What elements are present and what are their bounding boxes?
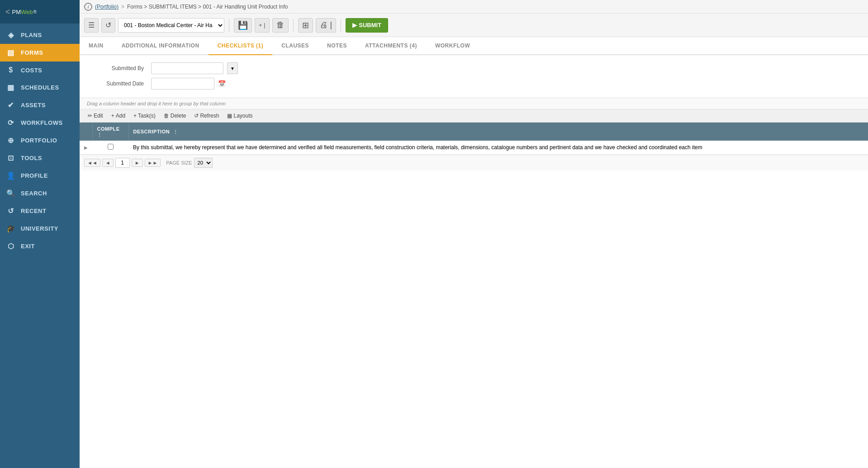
tab-checklists[interactable]: CHECKLISTS (1) <box>209 37 273 55</box>
save-button[interactable]: 💾 <box>234 18 252 33</box>
tab-clauses[interactable]: CLAUSES <box>272 37 318 55</box>
page-size-label: PAGE SIZE <box>166 160 192 165</box>
row-complete-cell <box>92 141 128 155</box>
add-row-button[interactable]: + Add <box>108 111 129 120</box>
sidebar-item-university[interactable]: 🎓 UNIVERSITY <box>0 220 80 237</box>
sidebar-item-exit[interactable]: ⬡ EXIT <box>0 237 80 255</box>
tasks-icon: + <box>133 113 137 119</box>
page-prev-button[interactable]: ◄ <box>102 159 114 167</box>
sidebar-item-label: UNIVERSITY <box>21 225 58 232</box>
sidebar-item-tools[interactable]: ⊡ TOOLS <box>0 149 80 167</box>
page-last-button[interactable]: ►► <box>145 159 161 167</box>
submitted-by-row: Submitted By ▼ <box>89 62 859 74</box>
tab-additional[interactable]: ADDITIONAL INFORMATION <box>113 37 209 55</box>
calendar-icon[interactable]: 📅 <box>218 80 226 87</box>
costs-icon: $ <box>6 66 15 74</box>
sidebar-item-label: FORMS <box>21 49 43 56</box>
tab-attachments[interactable]: ATTACHMENTS (4) <box>356 37 426 55</box>
tools-icon: ⊡ <box>6 154 15 162</box>
workflows-icon: ⟳ <box>6 118 15 127</box>
sidebar-item-forms[interactable]: ▤ FORMS <box>0 44 80 61</box>
delete-row-button[interactable]: 🗑 Delete <box>160 111 190 120</box>
tab-main[interactable]: MAIN <box>80 37 113 55</box>
submit-play-icon: ▶ <box>352 22 357 28</box>
breadcrumb-bar: i (Portfolio) > Forms > SUBMITTAL ITEMS … <box>80 0 868 14</box>
sidebar-item-assets[interactable]: ✔ ASSETS <box>0 96 80 114</box>
col-complete-header[interactable]: COMPLE ⋮ <box>92 123 128 141</box>
page-number-input[interactable]: 1 <box>115 158 130 168</box>
drag-group-bar: Drag a column header and drop it here to… <box>80 98 868 109</box>
project-select[interactable]: 001 - Boston Medical Center - Air Ha <box>118 18 224 33</box>
row-expand-cell: ▶ <box>80 141 92 155</box>
page-next-button[interactable]: ► <box>132 159 143 167</box>
row-description-text: By this submittal, we hereby represent t… <box>133 144 702 151</box>
sidebar-item-costs[interactable]: $ COSTS <box>0 61 80 79</box>
sidebar-item-plans[interactable]: ◈ PLANS <box>0 26 80 44</box>
breadcrumb-text: Forms > SUBMITTAL ITEMS > 001 - Air Hand… <box>127 4 288 10</box>
sidebar-item-label: PLANS <box>21 32 42 38</box>
portfolio-icon: ⊕ <box>6 136 15 145</box>
toolbar-separator-2 <box>293 19 294 32</box>
sidebar: < PMWeb ® ◈ PLANS ▤ FORMS $ COSTS ▦ SCHE… <box>0 0 80 468</box>
sidebar-item-workflows[interactable]: ⟳ WORKFLOWS <box>0 114 80 132</box>
grid-toolbar: ✏ Edit + Add + Task(s) 🗑 Delete ↺ Refres… <box>80 109 868 123</box>
edit-icon: ✏ <box>88 113 92 119</box>
tab-workflow[interactable]: WORKFLOW <box>426 37 479 55</box>
submitted-date-input[interactable] <box>151 78 214 90</box>
submitted-date-label: Submitted Date <box>89 80 147 87</box>
col-description-sort[interactable]: ⋮ <box>173 129 178 134</box>
submit-button[interactable]: ▶ SUBMIT <box>346 18 388 33</box>
sidebar-item-search[interactable]: 🔍 SEARCH <box>0 184 80 202</box>
forms-icon: ▤ <box>6 48 15 57</box>
logo-registered: ® <box>33 9 37 14</box>
profile-icon: 👤 <box>6 171 15 180</box>
sidebar-item-label: PORTFOLIO <box>21 137 57 144</box>
portfolio-link[interactable]: (Portfolio) <box>95 4 119 10</box>
pagination-bar: ◄◄ ◄ 1 ► ►► PAGE SIZE 20 <box>80 155 868 170</box>
breadcrumb-sep: > <box>121 4 124 10</box>
edit-button[interactable]: ✏ Edit <box>84 111 107 120</box>
submitted-by-input[interactable] <box>151 62 223 74</box>
plans-icon: ◈ <box>6 31 15 39</box>
sidebar-item-label: SEARCH <box>21 190 47 197</box>
logo-chevron: < <box>5 7 10 17</box>
submitted-by-dropdown[interactable]: ▼ <box>227 62 238 74</box>
row-complete-checkbox[interactable] <box>108 144 114 150</box>
table-row: ▶ By this submittal, we hereby represent… <box>80 141 868 155</box>
add-button[interactable]: + | <box>255 18 270 33</box>
toolbar-separator-1 <box>229 19 229 32</box>
logo: < PMWeb ® <box>0 0 80 24</box>
refresh-button[interactable]: ↺ Refresh <box>190 111 223 120</box>
page-first-button[interactable]: ◄◄ <box>84 159 100 167</box>
delete-button[interactable]: 🗑 <box>272 18 289 33</box>
university-icon: 🎓 <box>6 224 15 233</box>
col-complete-sort[interactable]: ⋮ <box>97 132 102 137</box>
sidebar-item-portfolio[interactable]: ⊕ PORTFOLIO <box>0 132 80 149</box>
layouts-icon: ▦ <box>227 113 232 119</box>
print-button[interactable]: 🖨 | <box>316 18 337 33</box>
toolbar-separator-3 <box>341 19 341 32</box>
page-size-select[interactable]: 20 <box>194 158 213 168</box>
assets-icon: ✔ <box>6 101 15 109</box>
tab-notes[interactable]: NOTES <box>318 37 356 55</box>
undo-button[interactable]: ↺ <box>101 18 115 33</box>
sidebar-item-recent[interactable]: ↺ RECENT <box>0 202 80 220</box>
search-icon: 🔍 <box>6 189 15 198</box>
menu-button[interactable]: ☰ <box>84 18 99 33</box>
layouts-button[interactable]: ▦ Layouts <box>223 111 256 120</box>
sidebar-item-schedules[interactable]: ▦ SCHEDULES <box>0 79 80 96</box>
tasks-button[interactable]: + Task(s) <box>130 111 159 120</box>
logo-web: Web <box>21 9 33 15</box>
submit-label: SUBMIT <box>359 22 381 28</box>
row-expand-button[interactable]: ▶ <box>84 145 88 150</box>
refresh-icon: ↺ <box>194 113 199 119</box>
sidebar-item-label: TOOLS <box>21 155 42 161</box>
checklist-table: COMPLE ⋮ DESCRIPTION ⋮ ▶ <box>80 123 868 155</box>
sidebar-item-label: COSTS <box>21 67 42 74</box>
col-description-header[interactable]: DESCRIPTION ⋮ <box>128 123 868 141</box>
col-expand-header <box>80 123 92 141</box>
add-icon: + <box>111 113 114 119</box>
grid-view-button[interactable]: ⊞ <box>298 18 313 33</box>
sidebar-item-profile[interactable]: 👤 PROFILE <box>0 167 80 184</box>
info-icon[interactable]: i <box>84 3 92 11</box>
